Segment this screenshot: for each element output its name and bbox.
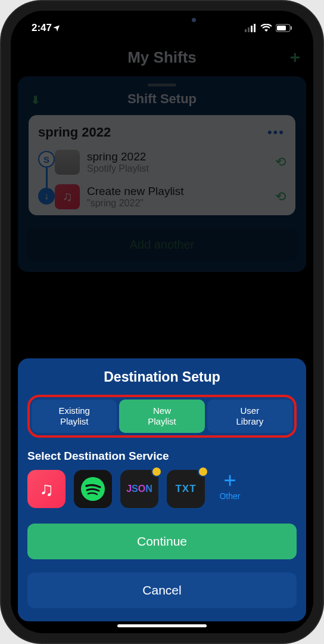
svg-rect-6 xyxy=(291,26,292,30)
shift-setup-sheet: ⬇ Shift Setup spring 2022 ••• S ↓ xyxy=(18,76,306,272)
nav-bar: My Shifts + xyxy=(11,44,313,72)
dest-title: Create new Playlist xyxy=(87,185,184,198)
sheet-title: Shift Setup xyxy=(127,91,197,106)
home-indicator[interactable] xyxy=(117,624,207,627)
shift-card: spring 2022 ••• S ↓ spring 20 xyxy=(29,115,295,215)
status-time: 2:47 ➤ xyxy=(32,22,61,34)
playlist-art-icon xyxy=(55,150,80,175)
svg-rect-5 xyxy=(277,26,286,30)
segment-existing-playlist[interactable]: ExistingPlaylist xyxy=(32,400,117,433)
svg-rect-1 xyxy=(248,27,250,32)
nav-title: My Shifts xyxy=(127,48,197,66)
segment-new-playlist[interactable]: NewPlaylist xyxy=(119,400,204,433)
source-node-icon: S xyxy=(38,151,55,168)
shift-card-title: spring 2022 xyxy=(38,125,286,140)
segment-user-library[interactable]: UserLibrary xyxy=(207,400,292,433)
add-shift-button[interactable]: + xyxy=(289,47,300,67)
continue-button[interactable]: Continue xyxy=(27,524,297,559)
sync-icon: ⟲ xyxy=(275,154,286,170)
cancel-button[interactable]: Cancel xyxy=(27,572,297,608)
status-icons xyxy=(245,24,292,32)
dest-node-icon: ↓ xyxy=(38,188,55,205)
service-spotify[interactable] xyxy=(74,470,112,508)
playlist-type-segmented-control: ExistingPlaylist NewPlaylist UserLibrary xyxy=(27,395,297,438)
txt-icon: TXT xyxy=(175,483,196,495)
screen: 2:47 ➤ My Shifts + xyxy=(11,11,313,633)
svg-rect-3 xyxy=(254,24,256,32)
battery-icon xyxy=(276,24,292,32)
source-subtitle: Spotify Playlist xyxy=(87,163,149,174)
apple-music-icon: ♫ xyxy=(55,184,80,209)
clock-text: 2:47 xyxy=(32,22,52,33)
destination-row[interactable]: ♫ Create new Playlist "spring 2022" ⟲ xyxy=(55,184,286,209)
download-icon: ⬇ xyxy=(31,94,40,107)
other-label: Other xyxy=(213,491,247,501)
sync-icon: ⟲ xyxy=(275,189,286,205)
destination-setup-sheet: Destination Setup ExistingPlaylist NewPl… xyxy=(18,358,306,621)
service-section-label: Select Destination Service xyxy=(27,450,297,463)
dest-subtitle: "spring 2022" xyxy=(87,198,184,209)
svg-rect-2 xyxy=(251,26,253,32)
sheet-grabber[interactable] xyxy=(148,83,176,86)
source-row[interactable]: spring 2022 Spotify Playlist ⟲ xyxy=(55,150,286,175)
add-another-button[interactable]: Add another xyxy=(26,228,298,261)
phone-frame: 2:47 ➤ My Shifts + xyxy=(0,0,324,644)
destination-title: Destination Setup xyxy=(27,369,297,385)
service-other[interactable]: + Other xyxy=(213,470,247,501)
source-title: spring 2022 xyxy=(87,150,149,163)
cellular-signal-icon xyxy=(245,24,257,32)
premium-badge-icon xyxy=(151,466,162,477)
svg-rect-0 xyxy=(245,29,247,32)
music-note-icon: ♫ xyxy=(39,478,54,500)
notch xyxy=(99,11,225,29)
service-json[interactable]: JSON xyxy=(120,470,158,508)
premium-badge-icon xyxy=(198,466,208,477)
location-arrow-icon: ➤ xyxy=(52,22,63,33)
json-icon: JSON xyxy=(126,484,152,494)
card-more-button[interactable]: ••• xyxy=(267,125,285,140)
plus-icon: + xyxy=(213,470,247,491)
service-row: ♫ JSON TXT xyxy=(27,470,297,508)
wifi-icon xyxy=(260,24,272,32)
spotify-icon xyxy=(80,476,106,502)
service-apple-music[interactable]: ♫ xyxy=(27,470,66,508)
service-txt[interactable]: TXT xyxy=(167,470,205,508)
